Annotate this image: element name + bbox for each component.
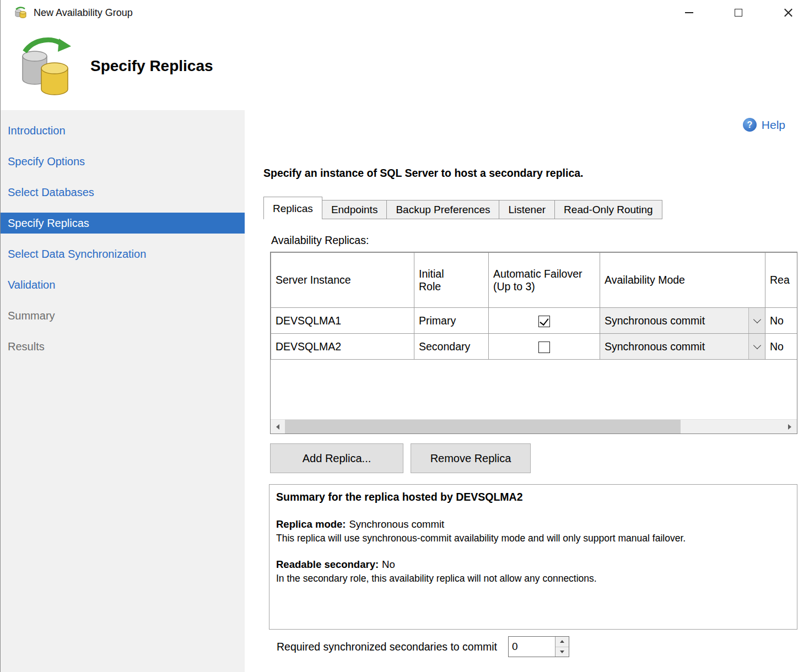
sidebar-item-summary: Summary [1, 305, 245, 326]
availability-mode-value: Synchronous commit [600, 315, 748, 327]
dropdown-button[interactable] [748, 334, 765, 359]
tab-endpoints[interactable]: Endpoints [322, 200, 387, 219]
app-icon [14, 7, 26, 19]
cell-server-instance: DEVSQLMA2 [271, 334, 414, 360]
spinner-down-button[interactable] [555, 647, 569, 657]
availability-group-icon [17, 35, 72, 97]
automatic-failover-checkbox[interactable] [538, 316, 550, 327]
cell-readable-secondary: No [765, 308, 797, 334]
replicas-grid: Server Instance Initial Role Automatic F… [270, 252, 797, 434]
maximize-icon [735, 9, 742, 17]
availability-mode-dropdown[interactable]: Synchronous commit [600, 334, 765, 359]
readable-secondary-value: No [382, 559, 395, 570]
readable-secondary-description: In the secondary role, this availability… [276, 573, 790, 584]
commit-row: Required synchronized secondaries to com… [270, 636, 809, 657]
grid-header-row: Server Instance Initial Role Automatic F… [271, 253, 797, 308]
sidebar-item-results: Results [1, 336, 245, 357]
cell-initial-role: Primary [414, 308, 489, 334]
dropdown-button[interactable] [748, 308, 765, 333]
replica-mode-description: This replica will use synchronous-commit… [276, 533, 790, 544]
replicas-grid-viewport: Server Instance Initial Role Automatic F… [271, 252, 797, 419]
replica-mode-line: Replica mode:Synchronous commit [276, 518, 790, 530]
main-content: ? Help Specify an instance of SQL Server… [245, 110, 809, 672]
close-button[interactable] [775, 0, 801, 25]
window-controls [676, 0, 809, 25]
wizard-steps-sidebar: Introduction Specify Options Select Data… [1, 110, 245, 672]
help-label: Help [762, 118, 785, 132]
sidebar-item-validation[interactable]: Validation [1, 274, 245, 295]
minimize-icon [685, 12, 693, 13]
instruction-text: Specify an instance of SQL Server to hos… [263, 167, 809, 180]
replica-mode-label: Replica mode: [276, 518, 346, 530]
chevron-down-icon [753, 315, 761, 323]
replica-summary-panel: Summary for the replica hosted by DEVSQL… [269, 484, 797, 630]
cell-initial-role: Secondary [414, 334, 489, 360]
help-icon: ? [743, 118, 757, 132]
tab-read-only-routing[interactable]: Read-Only Routing [554, 200, 662, 219]
readable-secondary-label: Readable secondary: [276, 559, 379, 570]
sidebar-item-select-databases[interactable]: Select Databases [1, 182, 245, 203]
cell-readable-secondary: No [765, 334, 797, 360]
arrow-up-icon [560, 640, 564, 643]
page-title: Specify Replicas [90, 57, 213, 75]
cell-server-instance: DEVSQLMA1 [271, 308, 414, 334]
add-replica-button[interactable]: Add Replica... [270, 443, 403, 473]
column-header-initial-role: Initial Role [414, 253, 489, 308]
availability-mode-dropdown[interactable]: Synchronous commit [600, 308, 765, 333]
wizard-header: Specify Replicas [1, 25, 809, 110]
scroll-right-button[interactable] [783, 420, 797, 433]
close-icon [784, 8, 793, 18]
tab-backup-preferences[interactable]: Backup Preferences [386, 200, 499, 219]
replica-mode-value: Synchronous commit [349, 518, 444, 530]
replica-buttons: Add Replica... Remove Replica [270, 443, 809, 473]
window-title: New Availability Group [34, 7, 133, 19]
scroll-right-icon [788, 424, 791, 430]
arrow-down-icon [560, 651, 564, 653]
required-secondaries-label: Required synchronized secondaries to com… [277, 641, 497, 653]
scrollbar-thumb[interactable] [285, 420, 681, 433]
table-row[interactable]: DEVSQLMA1 Primary Synchronous commit [271, 308, 797, 334]
column-header-automatic-failover: Automatic Failover (Up to 3) [489, 253, 600, 308]
availability-mode-value: Synchronous commit [600, 340, 748, 353]
chevron-down-icon [753, 341, 761, 349]
summary-title: Summary for the replica hosted by DEVSQL… [276, 491, 790, 503]
scroll-left-icon [276, 424, 279, 430]
dialog-window: New Availability Group Specify Replicas … [0, 0, 809, 672]
sidebar-item-specify-options[interactable]: Specify Options [1, 151, 245, 172]
tab-listener[interactable]: Listener [499, 200, 555, 219]
sidebar-item-specify-replicas[interactable]: Specify Replicas [1, 213, 245, 234]
scroll-left-button[interactable] [271, 420, 285, 433]
automatic-failover-checkbox[interactable] [538, 342, 550, 353]
remove-replica-button[interactable]: Remove Replica [411, 443, 531, 473]
column-header-server-instance: Server Instance [271, 253, 414, 308]
scrollbar-track[interactable] [681, 420, 783, 433]
horizontal-scrollbar[interactable] [271, 419, 797, 433]
availability-replicas-label: Availability Replicas: [271, 234, 809, 247]
required-secondaries-input[interactable] [509, 637, 555, 657]
required-secondaries-spinner [508, 636, 569, 657]
sidebar-item-select-data-sync[interactable]: Select Data Synchronization [1, 243, 245, 264]
column-header-availability-mode: Availability Mode [600, 253, 765, 308]
readable-secondary-line: Readable secondary:No [276, 559, 790, 571]
column-header-readable-secondary: Rea [765, 253, 797, 308]
maximize-button[interactable] [725, 0, 752, 25]
tab-replicas[interactable]: Replicas [263, 197, 322, 219]
tabstrip: Replicas Endpoints Backup Preferences Li… [263, 197, 809, 219]
spinner-buttons [555, 637, 569, 657]
titlebar: New Availability Group [1, 0, 809, 25]
sidebar-item-introduction[interactable]: Introduction [1, 120, 245, 141]
table-row[interactable]: DEVSQLMA2 Secondary Synchronous commit [271, 334, 797, 360]
minimize-button[interactable] [676, 0, 702, 25]
spinner-up-button[interactable] [555, 637, 569, 647]
help-link[interactable]: ? Help [743, 118, 785, 132]
